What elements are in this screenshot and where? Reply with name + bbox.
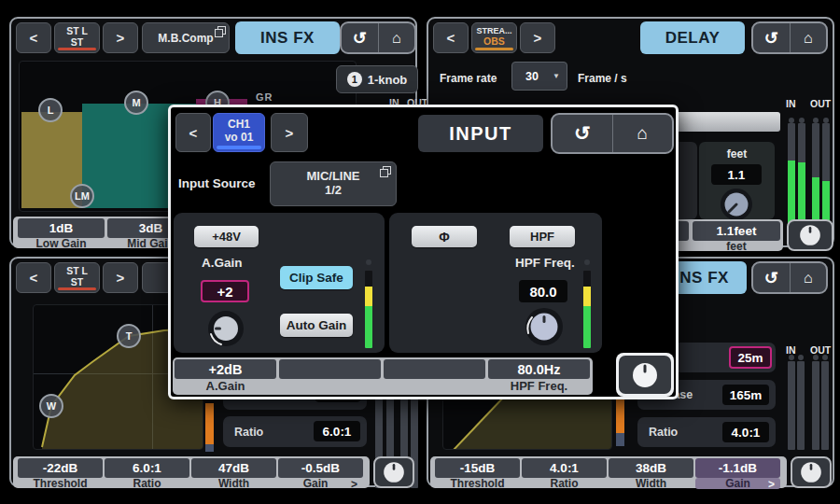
dropdown-arrow-icon: ▼ xyxy=(553,72,560,80)
bar-cell-2[interactable] xyxy=(279,359,381,379)
meter-peak-dot xyxy=(366,259,371,265)
chevron-right-icon: > xyxy=(117,270,125,286)
parameter-bar: +2dB A.Gain 80.0Hz HPF Freq. xyxy=(173,357,593,395)
undo-button[interactable]: ↺ xyxy=(553,115,612,152)
ratio-value[interactable]: 6.0:1 xyxy=(314,421,360,441)
parameter-bar: -22dB Threshold 6.0:1 Ratio 47dB Width -… xyxy=(13,456,370,488)
gr-meter xyxy=(205,403,214,452)
channel-select-button[interactable]: CH1 vo 01 xyxy=(213,113,265,152)
undo-button[interactable]: ↺ xyxy=(753,263,790,292)
threshold-handle[interactable]: T xyxy=(117,324,141,348)
undo-icon: ↺ xyxy=(574,122,591,145)
hpf-button[interactable]: HPF xyxy=(510,226,575,247)
next-channel-button[interactable]: > xyxy=(103,22,138,53)
library-name: M.B.Comp xyxy=(158,32,213,45)
delay-feet-box: feet 1.1 xyxy=(699,142,775,219)
threshold-label: Threshold xyxy=(435,478,520,489)
next-channel-button[interactable]: > xyxy=(103,262,138,293)
nav-group: ↺ ⌂ xyxy=(751,21,828,54)
hpf-freq-bar-value[interactable]: 80.0Hz xyxy=(488,359,590,379)
hpf-freq-bar-label: HPF Freq. xyxy=(488,381,590,392)
attack-value[interactable]: 25m xyxy=(729,346,772,369)
level-meter xyxy=(583,271,591,348)
again-bar-value[interactable]: +2dB xyxy=(175,359,276,379)
ratio-row: Ratio 6.0:1 xyxy=(223,416,367,447)
knob-icon xyxy=(799,460,823,484)
knob-icon xyxy=(798,223,822,247)
ratio-bar-value[interactable]: 6.0:1 xyxy=(105,458,189,478)
auto-gain-button[interactable]: Auto Gain xyxy=(280,314,353,337)
undo-icon: ↺ xyxy=(353,28,367,49)
width-handle[interactable]: W xyxy=(39,394,63,418)
threshold-value[interactable]: -15dB xyxy=(435,458,520,478)
home-button[interactable]: ⌂ xyxy=(612,115,673,152)
chevron-right-icon: > xyxy=(117,30,125,46)
width-value[interactable]: 38dB xyxy=(609,458,693,478)
touch-knob-assign[interactable] xyxy=(373,456,414,488)
phantom-48v-button[interactable]: +48V xyxy=(194,226,259,247)
low-mid-crossover-handle[interactable]: LM xyxy=(70,184,94,208)
bar-cell-3[interactable] xyxy=(384,359,485,379)
channel-select-button[interactable]: STREA... OBS xyxy=(471,22,517,53)
one-knob-button[interactable]: 1 1-knob xyxy=(336,65,418,93)
next-channel-button[interactable]: > xyxy=(520,22,555,53)
low-gain-value[interactable]: 1dB xyxy=(18,218,105,238)
threshold-label: Threshold xyxy=(18,478,103,489)
feet-value[interactable]: 1.1 xyxy=(711,164,762,185)
mid-band-handle[interactable]: M xyxy=(124,91,148,115)
in-meter-right xyxy=(797,361,805,450)
clip-safe-button[interactable]: Clip Safe xyxy=(280,266,353,289)
feet-label: feet xyxy=(699,147,775,161)
gain-value[interactable]: -0.5dB xyxy=(278,458,363,478)
prev-channel-button[interactable]: < xyxy=(175,113,211,152)
undo-button[interactable]: ↺ xyxy=(342,23,378,52)
prev-channel-button[interactable]: < xyxy=(433,22,469,53)
delay-feet-bar-value[interactable]: 1.1feet xyxy=(693,221,780,241)
channel-color-underline xyxy=(475,48,513,50)
prev-channel-button[interactable]: < xyxy=(16,262,51,293)
feet-knob[interactable] xyxy=(720,188,753,221)
next-channel-button[interactable]: > xyxy=(271,113,308,152)
chevron-left-icon: < xyxy=(30,270,38,286)
release-value[interactable]: 165m xyxy=(722,385,769,405)
channel-select-button[interactable]: ST L ST xyxy=(54,22,100,53)
nav-group: ↺ ⌂ xyxy=(751,261,828,294)
meter-out-label: OUT xyxy=(810,98,831,109)
touch-knob-assign[interactable] xyxy=(619,356,671,394)
ratio-value[interactable]: 4.0:1 xyxy=(722,422,769,442)
again-value[interactable]: +2 xyxy=(201,280,249,302)
prev-channel-button[interactable]: < xyxy=(16,22,51,53)
channel-name: STREA... xyxy=(476,26,511,35)
one-knob-icon: 1 xyxy=(347,72,362,87)
channel-name: ST L xyxy=(66,265,88,276)
out-meter-right xyxy=(821,361,829,450)
input-source-button[interactable]: MIC/LINE 1/2 xyxy=(270,161,397,206)
width-value[interactable]: 47dB xyxy=(191,458,276,478)
library-button[interactable]: M.B.Comp xyxy=(142,22,230,53)
again-label: A.Gain xyxy=(202,256,243,270)
frame-rate-value: 30 xyxy=(525,70,539,83)
channel-select-button[interactable]: ST L ST xyxy=(54,262,100,293)
home-button[interactable]: ⌂ xyxy=(378,23,415,52)
channel-name: CH1 xyxy=(228,119,250,132)
gain-value-selected[interactable]: -1.1dB xyxy=(695,458,780,478)
threshold-value[interactable]: -22dB xyxy=(18,458,103,478)
channel-color-underline xyxy=(58,48,96,50)
level-meter xyxy=(365,271,372,348)
touch-knob-assign[interactable] xyxy=(791,456,832,488)
again-knob[interactable] xyxy=(207,310,245,347)
hpf-freq-knob[interactable] xyxy=(524,306,565,347)
low-band-handle[interactable]: L xyxy=(38,98,63,122)
home-button[interactable]: ⌂ xyxy=(790,263,827,292)
popup-title: INPUT xyxy=(418,115,543,152)
undo-button[interactable]: ↺ xyxy=(753,23,790,52)
touch-knob-assign[interactable] xyxy=(787,219,833,251)
ratio-bar-value[interactable]: 4.0:1 xyxy=(522,458,607,478)
more-params-chevron[interactable]: > xyxy=(768,478,775,491)
chevron-right-icon: > xyxy=(534,30,542,46)
frame-rate-dropdown[interactable]: 30 ▼ xyxy=(511,62,567,91)
more-params-chevron[interactable]: > xyxy=(351,478,357,491)
hpf-freq-value[interactable]: 80.0 xyxy=(519,280,567,302)
home-button[interactable]: ⌂ xyxy=(790,23,827,52)
phase-button[interactable]: Φ xyxy=(412,226,477,247)
